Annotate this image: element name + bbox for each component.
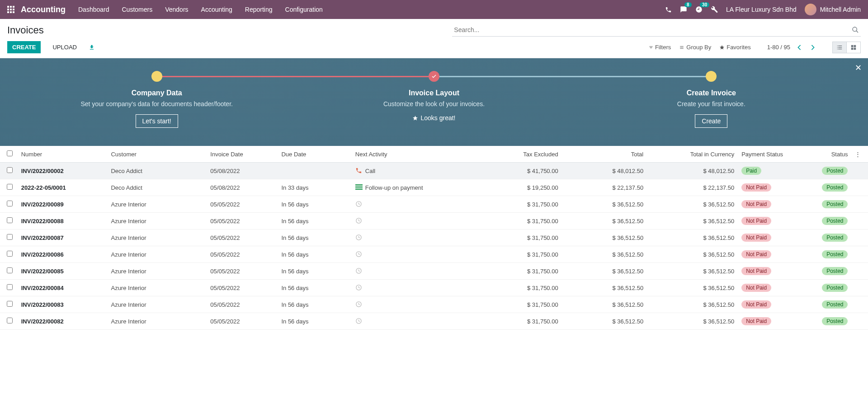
col-status[interactable]: Status — [800, 146, 851, 163]
cell-next-activity[interactable] — [352, 229, 476, 246]
app-brand[interactable]: Accounting — [21, 5, 66, 14]
cell-status: Posted — [800, 179, 851, 196]
svg-rect-3 — [7, 9, 9, 10]
company-selector[interactable]: LA Fleur Luxury Sdn Bhd — [726, 6, 797, 13]
col-customer[interactable]: Customer — [107, 146, 207, 163]
cell-invoice-date: 05/08/2022 — [207, 163, 278, 179]
favorites-dropdown[interactable]: Favorites — [719, 44, 750, 51]
nav-customers[interactable]: Customers — [122, 6, 153, 13]
cell-next-activity[interactable] — [352, 213, 476, 229]
table-row[interactable]: INV/2022/00085Azure Interior05/05/2022In… — [0, 263, 868, 280]
pager-value[interactable]: 1-80 / 95 — [767, 44, 790, 51]
select-all-checkbox[interactable] — [7, 150, 13, 156]
cell-status: Posted — [800, 196, 851, 213]
row-checkbox[interactable] — [7, 284, 13, 290]
row-checkbox[interactable] — [7, 184, 13, 190]
filters-dropdown[interactable]: Filters — [649, 44, 671, 51]
col-total-currency[interactable]: Total in Currency — [647, 146, 738, 163]
messages-icon[interactable]: 8 — [680, 6, 687, 13]
settings-icon[interactable] — [711, 6, 718, 13]
table-row[interactable]: INV/2022/00082Azure Interior05/05/2022In… — [0, 313, 868, 330]
table-row[interactable]: INV/2022/00088Azure Interior05/05/2022In… — [0, 213, 868, 229]
create-button[interactable]: CREATE — [7, 41, 41, 53]
upload-icon[interactable] — [89, 44, 95, 51]
step-dot-icon — [706, 71, 717, 82]
svg-rect-20 — [355, 189, 363, 190]
table-row[interactable]: INV/2022/00084Azure Interior05/05/2022In… — [0, 280, 868, 296]
cell-next-activity[interactable]: Follow-up on payment — [352, 179, 476, 196]
col-due-date[interactable]: Due Date — [278, 146, 351, 163]
user-menu[interactable]: Mitchell Admin — [805, 4, 861, 15]
groupby-dropdown[interactable]: Group By — [679, 44, 711, 51]
upload-button[interactable]: UPLOAD — [48, 42, 81, 53]
clock-icon — [355, 301, 363, 308]
cell-next-activity[interactable]: Call — [352, 163, 476, 179]
col-number[interactable]: Number — [19, 146, 108, 163]
table-row[interactable]: 2022-22-05/0001Deco Addict05/08/2022In 3… — [0, 179, 868, 196]
cell-next-activity[interactable] — [352, 280, 476, 296]
page-title: Invoices — [7, 24, 44, 36]
search-icon[interactable] — [850, 24, 861, 35]
cell-next-activity[interactable] — [352, 263, 476, 280]
step-desc: Create your first invoice. — [573, 100, 850, 108]
looks-great-label: Looks great! — [295, 114, 572, 122]
cell-next-activity[interactable] — [352, 313, 476, 330]
onboarding-step-company-data: Company Data Set your company's data for… — [18, 71, 295, 128]
onboarding-close-icon[interactable]: ✕ — [855, 63, 862, 73]
nav-dashboard[interactable]: Dashboard — [78, 6, 109, 13]
table-row[interactable]: INV/2022/00083Azure Interior05/05/2022In… — [0, 296, 868, 313]
cell-total-currency: $ 22,137.50 — [647, 179, 738, 196]
nav-menu: Dashboard Customers Vendors Accounting R… — [78, 6, 323, 13]
svg-rect-17 — [854, 47, 856, 50]
col-payment-status[interactable]: Payment Status — [738, 146, 800, 163]
row-checkbox[interactable] — [7, 251, 13, 257]
table-row[interactable]: INV/2022/00002Deco Addict05/08/2022Call$… — [0, 163, 868, 179]
col-tax-excluded[interactable]: Tax Excluded — [476, 146, 561, 163]
view-list-icon[interactable] — [832, 42, 847, 53]
svg-rect-1 — [10, 6, 12, 8]
nav-configuration[interactable]: Configuration — [285, 6, 323, 13]
cell-next-activity[interactable] — [352, 246, 476, 263]
cell-tax-excluded: $ 31,750.00 — [476, 296, 561, 313]
create-invoice-button[interactable]: Create — [695, 114, 727, 128]
row-checkbox[interactable] — [7, 267, 13, 273]
cell-number: INV/2022/00086 — [19, 246, 108, 263]
nav-reporting[interactable]: Reporting — [245, 6, 273, 13]
table-row[interactable]: INV/2022/00089Azure Interior05/05/2022In… — [0, 196, 868, 213]
row-checkbox[interactable] — [7, 301, 13, 307]
cell-invoice-date: 05/05/2022 — [207, 229, 278, 246]
view-kanban-icon[interactable] — [846, 42, 861, 53]
cell-payment-status: Not Paid — [738, 229, 800, 246]
search-input[interactable] — [452, 23, 850, 36]
pager-next-icon[interactable] — [808, 43, 817, 52]
table-row[interactable]: INV/2022/00086Azure Interior05/05/2022In… — [0, 246, 868, 263]
col-invoice-date[interactable]: Invoice Date — [207, 146, 278, 163]
row-checkbox[interactable] — [7, 167, 13, 173]
invoices-table: Number Customer Invoice Date Due Date Ne… — [0, 146, 868, 330]
activities-icon[interactable]: 30 — [695, 6, 703, 13]
table-row[interactable]: INV/2022/00087Azure Interior05/05/2022In… — [0, 229, 868, 246]
cell-invoice-date: 05/05/2022 — [207, 196, 278, 213]
row-checkbox[interactable] — [7, 318, 13, 323]
col-options-icon[interactable]: ⋮ — [851, 146, 868, 163]
status-badge: Posted — [822, 234, 848, 242]
row-checkbox[interactable] — [7, 201, 13, 206]
cell-total-currency: $ 36,512.50 — [647, 246, 738, 263]
clock-icon — [355, 251, 363, 258]
pager-prev-icon[interactable] — [795, 43, 804, 52]
cell-next-activity[interactable] — [352, 196, 476, 213]
cell-next-activity[interactable] — [352, 296, 476, 313]
cell-total-currency: $ 48,012.50 — [647, 163, 738, 179]
col-total[interactable]: Total — [562, 146, 647, 163]
col-next-activity[interactable]: Next Activity — [352, 146, 476, 163]
nav-accounting[interactable]: Accounting — [201, 6, 232, 13]
lets-start-button[interactable]: Let's start! — [136, 114, 178, 128]
row-checkbox[interactable] — [7, 234, 13, 240]
nav-vendors[interactable]: Vendors — [165, 6, 188, 13]
row-checkbox[interactable] — [7, 217, 13, 223]
apps-menu-icon[interactable] — [7, 6, 14, 13]
phone-icon[interactable] — [665, 6, 672, 13]
svg-rect-5 — [13, 9, 14, 10]
cell-customer: Azure Interior — [107, 263, 207, 280]
cell-due-date: In 56 days — [278, 213, 351, 229]
